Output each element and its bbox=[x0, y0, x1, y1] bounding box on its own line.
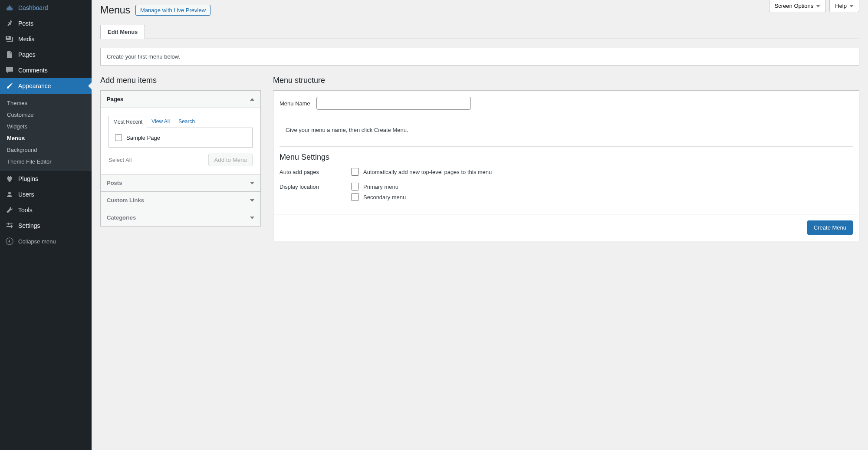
notice: Create your first menu below. bbox=[100, 48, 859, 66]
sidebar-item-tools[interactable]: Tools bbox=[0, 202, 92, 218]
add-to-menu-button[interactable]: Add to Menu bbox=[208, 154, 253, 166]
page-list: Sample Page bbox=[108, 128, 253, 148]
accordion-posts[interactable]: Posts bbox=[101, 174, 260, 191]
tab-bar: Edit Menus bbox=[100, 25, 859, 39]
admin-sidebar: Dashboard Posts Media Pages Comments App… bbox=[0, 0, 92, 250]
user-icon bbox=[5, 190, 14, 199]
sliders-icon bbox=[5, 221, 14, 230]
secondary-menu-option[interactable]: Secondary menu bbox=[351, 193, 406, 201]
comment-icon bbox=[5, 66, 14, 75]
live-preview-button[interactable]: Manage with Live Preview bbox=[135, 5, 210, 16]
accordion-categories-label: Categories bbox=[107, 214, 136, 221]
accordion-categories[interactable]: Categories bbox=[101, 209, 260, 226]
sidebar-label: Plugins bbox=[18, 175, 38, 182]
sidebar-label: Users bbox=[18, 191, 34, 198]
media-icon bbox=[5, 35, 14, 43]
select-all-link[interactable]: Select All bbox=[108, 157, 132, 163]
chevron-down-icon bbox=[816, 5, 820, 7]
submenu-widgets[interactable]: Widgets bbox=[0, 121, 92, 132]
chevron-down-icon bbox=[849, 5, 854, 7]
page-title: Menus bbox=[100, 4, 130, 16]
page-checkbox[interactable] bbox=[115, 134, 122, 141]
appearance-submenu: Themes Customize Widgets Menus Backgroun… bbox=[0, 94, 92, 171]
sidebar-label: Tools bbox=[18, 207, 33, 214]
dashboard-icon bbox=[5, 3, 14, 12]
submenu-menus[interactable]: Menus bbox=[0, 132, 92, 144]
chevron-up-icon bbox=[250, 98, 254, 101]
inner-tab-view-all[interactable]: View All bbox=[147, 116, 174, 128]
add-items-title: Add menu items bbox=[100, 76, 261, 85]
accordion-pages-body: Most Recent View All Search Sample Page … bbox=[101, 108, 260, 174]
sidebar-item-plugins[interactable]: Plugins bbox=[0, 171, 92, 187]
sidebar-item-comments[interactable]: Comments bbox=[0, 62, 92, 78]
page-item-sample[interactable]: Sample Page bbox=[115, 134, 246, 141]
menu-name-input[interactable] bbox=[316, 97, 471, 110]
collapse-icon bbox=[5, 237, 14, 246]
chevron-down-icon bbox=[250, 199, 254, 202]
inner-tab-recent[interactable]: Most Recent bbox=[108, 116, 147, 128]
wrench-icon bbox=[5, 206, 14, 214]
auto-add-label: Auto add pages bbox=[279, 168, 351, 175]
pin-icon bbox=[5, 19, 14, 28]
tab-edit-menus[interactable]: Edit Menus bbox=[100, 25, 145, 39]
create-menu-button[interactable]: Create Menu bbox=[807, 220, 853, 235]
chevron-down-icon bbox=[250, 217, 254, 219]
accordion-posts-label: Posts bbox=[107, 180, 122, 186]
accordion-pages-label: Pages bbox=[107, 96, 123, 102]
screen-options-button[interactable]: Screen Options bbox=[769, 0, 826, 12]
sidebar-item-appearance[interactable]: Appearance bbox=[0, 78, 92, 94]
inner-tab-search[interactable]: Search bbox=[174, 116, 199, 128]
sidebar-label: Dashboard bbox=[18, 4, 48, 11]
accordion-pages[interactable]: Pages bbox=[101, 91, 260, 108]
brush-icon bbox=[5, 82, 14, 90]
accordion-custom-links[interactable]: Custom Links bbox=[101, 191, 260, 209]
menu-name-label: Menu Name bbox=[279, 100, 310, 107]
accordion-custom-links-label: Custom Links bbox=[107, 197, 144, 204]
settings-title: Menu Settings bbox=[279, 153, 853, 162]
sidebar-label: Media bbox=[18, 36, 35, 43]
sidebar-label: Settings bbox=[18, 222, 40, 229]
auto-add-option[interactable]: Automatically add new top-level pages to… bbox=[351, 168, 492, 176]
sidebar-item-posts[interactable]: Posts bbox=[0, 16, 92, 31]
main-content: Screen Options Help Menus Manage with Li… bbox=[92, 0, 868, 250]
submenu-customize[interactable]: Customize bbox=[0, 109, 92, 121]
page-icon bbox=[5, 50, 14, 59]
instruction-text: Give your menu a name, then click Create… bbox=[279, 116, 853, 147]
submenu-themes[interactable]: Themes bbox=[0, 97, 92, 109]
sidebar-item-dashboard[interactable]: Dashboard bbox=[0, 0, 92, 16]
sidebar-item-pages[interactable]: Pages bbox=[0, 47, 92, 62]
sidebar-label: Comments bbox=[18, 67, 48, 74]
primary-menu-checkbox[interactable] bbox=[351, 183, 359, 191]
submenu-background[interactable]: Background bbox=[0, 144, 92, 156]
sidebar-item-media[interactable]: Media bbox=[0, 31, 92, 47]
secondary-menu-checkbox[interactable] bbox=[351, 193, 359, 201]
help-button[interactable]: Help bbox=[829, 0, 859, 12]
primary-menu-option[interactable]: Primary menu bbox=[351, 183, 406, 191]
sidebar-item-users[interactable]: Users bbox=[0, 187, 92, 202]
auto-add-checkbox[interactable] bbox=[351, 168, 359, 176]
page-item-label: Sample Page bbox=[126, 135, 160, 141]
sidebar-label: Appearance bbox=[18, 82, 51, 89]
display-location-label: Display location bbox=[279, 183, 351, 190]
collapse-label: Collapse menu bbox=[18, 238, 56, 245]
plugin-icon bbox=[5, 174, 14, 183]
submenu-theme-editor[interactable]: Theme File Editor bbox=[0, 156, 92, 168]
sidebar-label: Pages bbox=[18, 51, 36, 58]
collapse-menu[interactable]: Collapse menu bbox=[0, 233, 92, 249]
sidebar-label: Posts bbox=[18, 20, 33, 27]
sidebar-item-settings[interactable]: Settings bbox=[0, 218, 92, 233]
chevron-down-icon bbox=[250, 182, 254, 184]
structure-title: Menu structure bbox=[273, 76, 859, 85]
